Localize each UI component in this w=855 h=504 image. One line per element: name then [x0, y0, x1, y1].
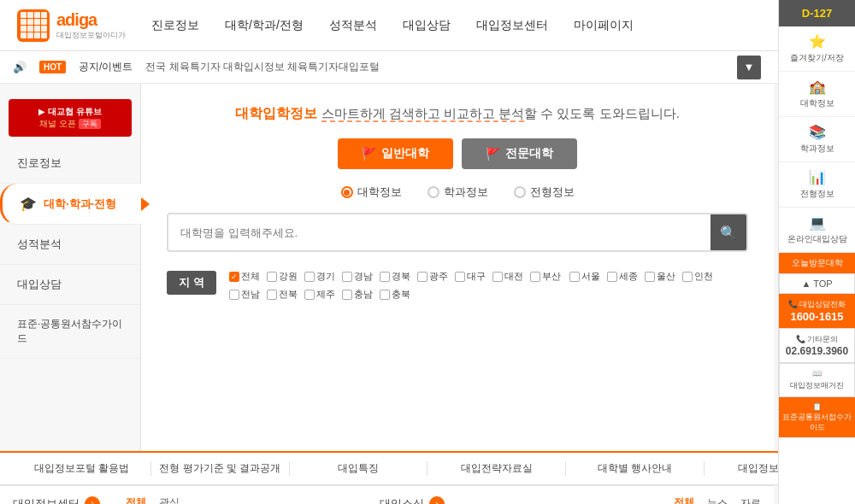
sidebar-univ-info[interactable]: 🏫 대학정보 — [779, 72, 855, 117]
d-counter: D-127 — [779, 0, 855, 26]
general-univ-tab[interactable]: 🚩 일반대학 — [338, 138, 453, 169]
consult-title: 📞 대입상담전화 — [782, 299, 852, 310]
radio-admission-info[interactable]: 전형정보 — [514, 185, 575, 200]
logo[interactable]: adiga 대입정보포털아디가 — [17, 9, 126, 42]
youtube-banner[interactable]: ▶ 대교협 유튜브 채널 오픈 구독 — [9, 99, 132, 137]
sidebar-item-univ[interactable]: 🎓 대학·학과·전형 — [0, 184, 141, 225]
top-button[interactable]: ▲ TOP — [779, 273, 855, 294]
university-icon: 🏫 — [809, 79, 826, 95]
main-area: ▶ 대교협 유튜브 채널 오픈 구독 진로정보 🎓 대학·학과·전형 성적분석 … — [0, 84, 855, 451]
content-title: 대학입학정보 스마트하게 검색하고 비교하고 분석할 수 있도록 도와드립니다. — [167, 105, 748, 123]
bottom-left-section: 대입정보센터 › — [13, 496, 100, 505]
tab-news[interactable]: 뉴스 — [707, 495, 728, 504]
cb-all[interactable]: ✓ 전체 — [227, 269, 262, 284]
cb-daegu[interactable]: 대구 — [452, 269, 488, 284]
other-title: 📞 기타문의 — [783, 334, 851, 345]
cb-gyeongbuk[interactable]: 경북 — [377, 269, 413, 284]
logo-name: adiga — [56, 10, 126, 30]
nav-career[interactable]: 진로정보 — [151, 18, 199, 33]
sidebar-online-consult[interactable]: 💻 온라인대입상담 — [779, 208, 855, 253]
consult-phone-box[interactable]: 📞 대입상담전화 1600-1615 — [779, 294, 855, 328]
consult-number: 1600-1615 — [782, 310, 852, 323]
hot-text: 전국 체육특기자 대학입시정보 체육특기자대입포털 — [145, 60, 724, 74]
footer-nav-criteria[interactable]: 전형 평가기준 및 결과공개 — [151, 461, 290, 476]
footer-nav-events[interactable]: 대학별 행사안내 — [566, 461, 705, 476]
sidebar-dept-info[interactable]: 📚 학과정보 — [779, 117, 855, 162]
footer-nav-strategy[interactable]: 대입전략자료실 — [428, 461, 566, 476]
magazine-box[interactable]: 📖 대입정보매거진 — [779, 363, 855, 397]
cb-incheon[interactable]: 인천 — [680, 269, 716, 284]
hot-bar: 🔊 HOT 공지/이벤트 전국 체육특기자 대학입시정보 체육특기자대입포털 ▼ — [0, 51, 855, 84]
footer-nav-usage[interactable]: 대입정보포털 활용법 — [13, 461, 151, 476]
cb-chungbuk[interactable]: 충북 — [377, 287, 413, 302]
cb-busan[interactable]: 부산 — [528, 269, 563, 284]
logo-subtitle: 대입정보포털아디가 — [56, 30, 126, 41]
tab-all-left[interactable]: 전체 — [126, 494, 146, 504]
search-input[interactable] — [168, 218, 711, 248]
cb-jeonnam[interactable]: 전남 — [227, 287, 262, 302]
guide-box[interactable]: 📋 표준공통원서접수가이드 — [779, 397, 855, 437]
sidebar-item-career[interactable]: 진로정보 — [0, 144, 140, 184]
cb-sejong[interactable]: 세종 — [604, 269, 640, 284]
hot-badge: HOT — [39, 61, 66, 73]
university-type-tabs: 🚩 일반대학 🚩 전문대학 — [167, 138, 748, 169]
info-center-arrow[interactable]: › — [85, 496, 100, 505]
today-visit-button[interactable]: 오늘방문대학 — [779, 253, 855, 273]
flag-icon-2: 🚩 — [486, 147, 500, 161]
side-panel: D-127 ⭐ 즐겨찾기/저장 🏫 대학정보 📚 학과정보 📊 전형정보 💻 온… — [778, 0, 855, 504]
cb-gyeonggi[interactable]: 경기 — [302, 269, 338, 284]
tab-interest-left[interactable]: 관심 — [159, 494, 180, 504]
hot-label: 공지/이벤트 — [79, 60, 133, 74]
cb-jeju[interactable]: 제주 — [302, 287, 338, 302]
nav-mypage[interactable]: 마이페이지 — [574, 18, 634, 33]
logo-icon — [17, 9, 50, 42]
chart-icon: 📊 — [809, 169, 826, 185]
radio-univ-info[interactable]: 대학정보 — [341, 185, 402, 200]
hot-arrow-button[interactable]: ▼ — [737, 56, 761, 79]
sidebar-item-guide[interactable]: 표준·공통원서참수가이드 — [0, 305, 140, 359]
header: adiga 대입정보포털아디가 진로정보 대학/학과/전형 성적분석 대입상담 … — [0, 0, 855, 51]
bottom-right-section: 전체 뉴스 자료 — [645, 494, 761, 504]
speaker-icon: 🔊 — [13, 61, 27, 73]
sidebar-item-grade[interactable]: 성적분석 — [0, 225, 140, 265]
nav-grade[interactable]: 성적분석 — [329, 18, 377, 33]
d-counter-text: D-127 — [802, 7, 832, 20]
nav-univ-dept[interactable]: 대학/학과/전형 — [225, 18, 304, 33]
special-univ-tab[interactable]: 🚩 전문대학 — [462, 138, 577, 169]
cb-gwangju[interactable]: 광주 — [415, 269, 451, 284]
guide-icon: 📋 — [812, 402, 822, 411]
search-button[interactable]: 🔍 — [711, 214, 746, 250]
cb-ulsan[interactable]: 울산 — [642, 269, 678, 284]
cb-gyeongnam[interactable]: 경남 — [339, 269, 375, 284]
tab-data[interactable]: 자료 — [740, 495, 761, 504]
cb-gangwon[interactable]: 강원 — [264, 269, 300, 284]
nav-info-center[interactable]: 대입정보센터 — [476, 18, 548, 33]
cb-jeonbuk[interactable]: 전북 — [264, 287, 300, 302]
bottom-bar: 대입정보센터 › 전체 관심 대입소식 › 전체 뉴스 자료 — [0, 485, 774, 504]
sidebar-admission-info[interactable]: 📊 전형정보 — [779, 162, 855, 208]
nav-consult[interactable]: 대입상담 — [403, 18, 451, 33]
books-icon: 📚 — [809, 124, 826, 140]
sidebar-item-consult[interactable]: 대입상담 — [0, 265, 140, 305]
news-arrow[interactable]: › — [429, 496, 445, 505]
bottom-left-tabs: 전체 관심 — [126, 494, 180, 504]
footer-nav-special[interactable]: 대입특징 — [290, 461, 428, 476]
region-label: 지 역 — [167, 271, 216, 295]
cb-daejeon[interactable]: 대전 — [490, 269, 526, 284]
other-inquiry-box[interactable]: 📞 기타문의 02.6919.3960 — [779, 328, 855, 363]
sidebar-bookmark[interactable]: ⭐ 즐겨찾기/저장 — [779, 26, 855, 72]
search-type-radios: 대학정보 학과정보 전형정보 — [167, 185, 748, 200]
magazine-label: 대입정보매거진 — [790, 380, 844, 391]
guide-label: 표준공통원서접수가이드 — [782, 413, 852, 432]
tab-all-right[interactable]: 전체 — [674, 494, 694, 504]
radio-dept-info[interactable]: 학과정보 — [428, 185, 488, 200]
cb-chungnam[interactable]: 충남 — [339, 287, 375, 302]
search-row: 🔍 — [167, 213, 748, 252]
graduation-icon: 🎓 — [20, 196, 37, 212]
bottom-left-title: 대입정보센터 — [13, 496, 80, 505]
monitor-icon: 💻 — [809, 214, 826, 231]
region-filter: 지 역 ✓ 전체 강원 경기 경남 경북 광주 대구 대전 부산 서울 세종 울… — [167, 269, 748, 302]
main-content: 대학입학정보 스마트하게 검색하고 비교하고 분석할 수 있도록 도와드립니다.… — [141, 84, 774, 451]
cb-seoul[interactable]: 서울 — [567, 269, 603, 284]
bookmark-icon: ⭐ — [809, 33, 826, 50]
